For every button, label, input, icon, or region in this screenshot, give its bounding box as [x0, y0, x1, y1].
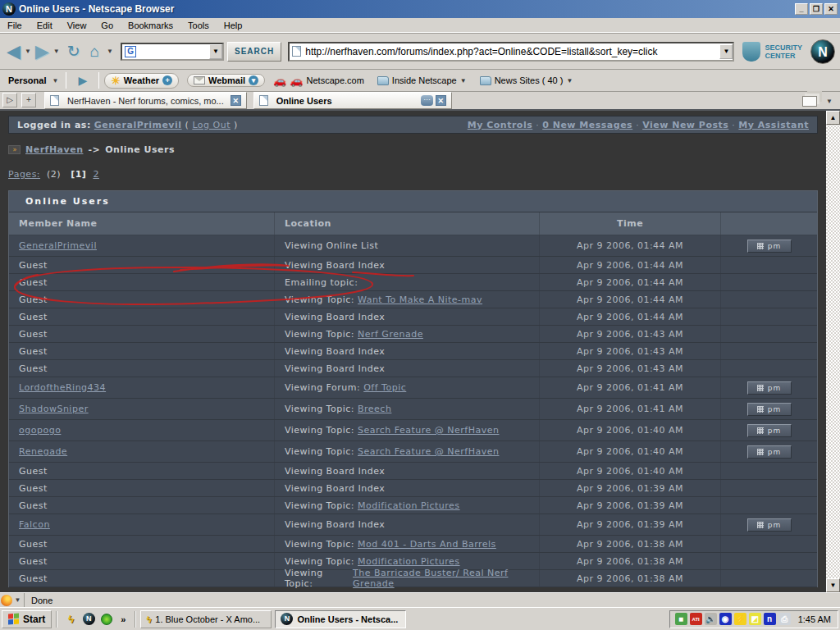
- header-link-my-assistant[interactable]: My Assistant: [738, 120, 809, 130]
- location-topic-link[interactable]: Modification Pictures: [358, 556, 460, 567]
- location-topic-link[interactable]: Nerf Grenade: [358, 329, 423, 340]
- location-topic-link[interactable]: Want To Make A Nite-mav: [358, 294, 482, 305]
- pages-link[interactable]: Pages:: [8, 169, 40, 180]
- username-link[interactable]: GeneralPrimevil: [94, 120, 182, 130]
- personal-toolbar-label[interactable]: Personal: [8, 75, 46, 85]
- vertical-scrollbar[interactable]: ▲ ▼: [826, 111, 840, 592]
- menu-help[interactable]: Help: [217, 19, 250, 32]
- pm-button[interactable]: pm: [747, 424, 792, 437]
- close-button[interactable]: ✕: [824, 3, 838, 15]
- column-location[interactable]: Location: [275, 212, 540, 235]
- menu-tools[interactable]: Tools: [180, 19, 217, 32]
- winamp-quicklaunch-icon[interactable]: ϟ: [63, 612, 78, 627]
- news-sites-folder[interactable]: News Sites ( 40 ) ▼: [480, 75, 573, 85]
- tab-close-icon[interactable]: ✕: [231, 95, 241, 106]
- messenger-icon[interactable]: n: [764, 613, 776, 625]
- breadcrumb-root-link[interactable]: NerfHaven: [25, 144, 83, 155]
- window-stack-icon[interactable]: [802, 96, 817, 107]
- back-dropdown-icon[interactable]: ▼: [22, 48, 34, 55]
- member-link[interactable]: LordoftheRing434: [19, 382, 106, 393]
- url-bar[interactable]: http://nerfhaven.com/forums/index.php?ac…: [288, 42, 734, 62]
- minimize-button[interactable]: _: [795, 3, 808, 15]
- task-button-netscape[interactable]: N Online Users - Netsca...: [275, 610, 406, 628]
- pm-button[interactable]: pm: [747, 445, 792, 459]
- menu-bookmarks[interactable]: Bookmarks: [121, 19, 180, 32]
- new-tab-button[interactable]: +: [21, 93, 36, 107]
- pm-button[interactable]: pm: [747, 403, 792, 416]
- menu-edit[interactable]: Edit: [30, 19, 60, 32]
- menu-file[interactable]: File: [0, 19, 30, 32]
- wireless-icon[interactable]: ◉: [719, 613, 732, 625]
- netscape-throbber-logo[interactable]: N: [810, 39, 835, 64]
- tab-nerfhaven[interactable]: NerfHaven - Nerf forums, comics, mo... ✕: [44, 92, 247, 109]
- location-topic-link[interactable]: The Barricade Buster/ Real Nerf Grenade: [353, 568, 539, 589]
- search-button[interactable]: SEARCH: [227, 42, 281, 62]
- browser-mode-button[interactable]: ▼: [0, 593, 25, 608]
- weather-add-icon[interactable]: +: [162, 75, 172, 85]
- volume-icon[interactable]: 🔊: [705, 613, 717, 625]
- security-center-button[interactable]: SECURITY CENTER: [742, 42, 802, 62]
- display-icon[interactable]: ◩: [749, 613, 761, 625]
- printer-icon[interactable]: ⎙: [778, 613, 791, 625]
- inside-netscape-folder[interactable]: Inside Netscape ▼: [377, 75, 467, 85]
- webmail-button[interactable]: Webmail ▾: [187, 74, 265, 87]
- tab-list-button[interactable]: ▷: [2, 93, 17, 107]
- member-link[interactable]: ogopogo: [19, 425, 61, 436]
- member-link[interactable]: Renegade: [19, 446, 67, 457]
- pm-label: pm: [768, 448, 781, 456]
- reload-icon[interactable]: ↻: [62, 42, 85, 61]
- car-icon[interactable]: 🚗: [273, 75, 286, 87]
- netscape-com-link[interactable]: 🚗 Netscape.com: [290, 75, 364, 87]
- logout-link[interactable]: Log Out: [192, 120, 231, 130]
- menu-go[interactable]: Go: [94, 19, 121, 32]
- forward-button[interactable]: ▶: [34, 39, 51, 64]
- weather-button[interactable]: ☀ Weather +: [104, 73, 179, 89]
- location-topic-link[interactable]: Search Feature @ NerfHaven: [358, 446, 500, 457]
- personal-dropdown-icon[interactable]: ▼: [49, 77, 61, 84]
- forward-dropdown-icon[interactable]: ▼: [51, 48, 62, 55]
- url-text[interactable]: http://nerfhaven.com/forums/index.php?ac…: [305, 46, 719, 57]
- time-cell: Apr 9 2006, 01:39 AM: [540, 497, 721, 514]
- location-topic-link[interactable]: Mod 401 - Darts And Barrels: [358, 539, 496, 550]
- menu-view[interactable]: View: [60, 19, 94, 32]
- header-link-view-new-posts[interactable]: View New Posts: [642, 120, 728, 130]
- pm-button[interactable]: pm: [747, 381, 792, 395]
- task-button-winamp[interactable]: ϟ 1. Blue October - X Amo...: [140, 610, 272, 628]
- location-topic-link[interactable]: Breech: [358, 404, 391, 414]
- member-link[interactable]: ShadowSniper: [19, 404, 89, 414]
- play-arrow-icon[interactable]: ▶: [78, 74, 87, 87]
- tab-overflow-caret-icon[interactable]: ▼: [824, 98, 835, 105]
- column-time[interactable]: Time: [540, 212, 721, 235]
- back-button[interactable]: ◀: [5, 39, 22, 64]
- location-topic-link[interactable]: Modification Pictures: [358, 500, 460, 511]
- restore-button[interactable]: ❐: [810, 3, 823, 15]
- aim-icon[interactable]: ⚡: [734, 613, 746, 625]
- column-member-name[interactable]: Member Name: [9, 212, 275, 235]
- tab-online-users[interactable]: Online Users ⋯ ✕: [253, 92, 452, 109]
- netscape-quicklaunch-icon[interactable]: N: [81, 612, 96, 627]
- scroll-up-icon[interactable]: ▲: [826, 111, 840, 125]
- messenger-quicklaunch-icon[interactable]: [99, 612, 114, 627]
- home-dropdown-icon[interactable]: ▼: [104, 48, 116, 55]
- member-link[interactable]: Falcon: [19, 519, 50, 530]
- tab-close-icon[interactable]: ✕: [436, 95, 446, 106]
- scroll-down-icon[interactable]: ▼: [826, 578, 840, 592]
- member-link[interactable]: GeneralPrimevil: [19, 240, 97, 251]
- home-icon[interactable]: ⌂: [85, 43, 104, 61]
- location-topic-link[interactable]: Off Topic: [363, 382, 406, 393]
- webmail-dropdown-icon[interactable]: ▾: [249, 75, 258, 85]
- pm-button[interactable]: pm: [747, 240, 792, 253]
- page-2-link[interactable]: 2: [93, 169, 99, 180]
- device-icon[interactable]: ■: [675, 613, 687, 625]
- url-dropdown-icon[interactable]: ▼: [719, 44, 733, 59]
- paren: ): [234, 120, 238, 130]
- ati-icon[interactable]: ATI: [690, 613, 702, 625]
- quicklaunch-overflow-chevron[interactable]: »: [121, 614, 126, 624]
- header-link-0-new-messages[interactable]: 0 New Messages: [542, 120, 632, 130]
- location-topic-link[interactable]: Search Feature @ NerfHaven: [358, 425, 500, 436]
- search-dropdown-icon[interactable]: ▼: [209, 44, 222, 59]
- pm-button[interactable]: pm: [747, 518, 792, 532]
- search-input[interactable]: G ▼: [121, 43, 224, 61]
- start-button[interactable]: Start: [2, 610, 52, 628]
- header-link-my-controls[interactable]: My Controls: [468, 120, 532, 130]
